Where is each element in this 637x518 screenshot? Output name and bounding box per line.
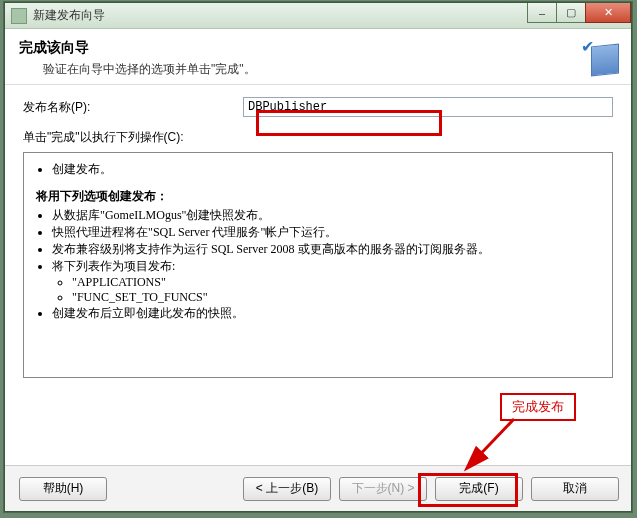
publication-name-input[interactable] — [243, 97, 613, 117]
summary-item: 快照代理进程将在"SQL Server 代理服务"帐户下运行。 — [52, 224, 604, 241]
cancel-button[interactable]: 取消 — [531, 477, 619, 501]
wizard-icon: ✔ — [581, 37, 621, 77]
back-button[interactable]: < 上一步(B) — [243, 477, 331, 501]
summary-item: 创建发布后立即创建此发布的快照。 — [52, 305, 604, 322]
summary-item: 创建发布。 — [52, 161, 604, 178]
summary-section-title: 将用下列选项创建发布： — [36, 188, 604, 205]
maximize-button[interactable]: ▢ — [556, 3, 586, 23]
publication-name-row: 发布名称(P): — [23, 97, 613, 117]
titlebar[interactable]: 新建发布向导 – ▢ ✕ — [5, 3, 631, 29]
window-controls: – ▢ ✕ — [528, 3, 631, 23]
app-icon — [11, 8, 27, 24]
publication-name-label: 发布名称(P): — [23, 99, 243, 116]
next-button: 下一步(N) > — [339, 477, 427, 501]
wizard-body: 发布名称(P): 单击"完成"以执行下列操作(C): 创建发布。 将用下列选项创… — [5, 85, 631, 384]
summary-item: 发布兼容级别将支持作为运行 SQL Server 2008 或更高版本的服务器的… — [52, 241, 604, 258]
help-button[interactable]: 帮助(H) — [19, 477, 107, 501]
step-title: 完成该向导 — [19, 39, 256, 57]
window-title: 新建发布向导 — [33, 7, 105, 24]
finish-button[interactable]: 完成(F) — [435, 477, 523, 501]
operations-label: 单击"完成"以执行下列操作(C): — [23, 129, 613, 146]
minimize-button[interactable]: – — [527, 3, 557, 23]
wizard-button-bar: 帮助(H) < 上一步(B) 下一步(N) > 完成(F) 取消 — [5, 465, 631, 511]
summary-item: 从数据库"GomeILMOgus"创建快照发布。 — [52, 207, 604, 224]
summary-subitem: "APPLICATIONS" — [72, 275, 604, 290]
summary-sub-head: 将下列表作为项目发布: — [52, 259, 175, 273]
book-icon — [591, 44, 619, 77]
wizard-step-header: 完成该向导 验证在向导中选择的选项并单击"完成"。 ✔ — [5, 29, 631, 85]
step-subtitle: 验证在向导中选择的选项并单击"完成"。 — [43, 61, 256, 78]
wizard-window: 新建发布向导 – ▢ ✕ 完成该向导 验证在向导中选择的选项并单击"完成"。 ✔… — [4, 2, 632, 512]
summary-subitem: "FUNC_SET_TO_FUNCS" — [72, 290, 604, 305]
close-button[interactable]: ✕ — [585, 3, 631, 23]
summary-box[interactable]: 创建发布。 将用下列选项创建发布： 从数据库"GomeILMOgus"创建快照发… — [23, 152, 613, 378]
summary-item: 将下列表作为项目发布: "APPLICATIONS" "FUNC_SET_TO_… — [52, 258, 604, 305]
